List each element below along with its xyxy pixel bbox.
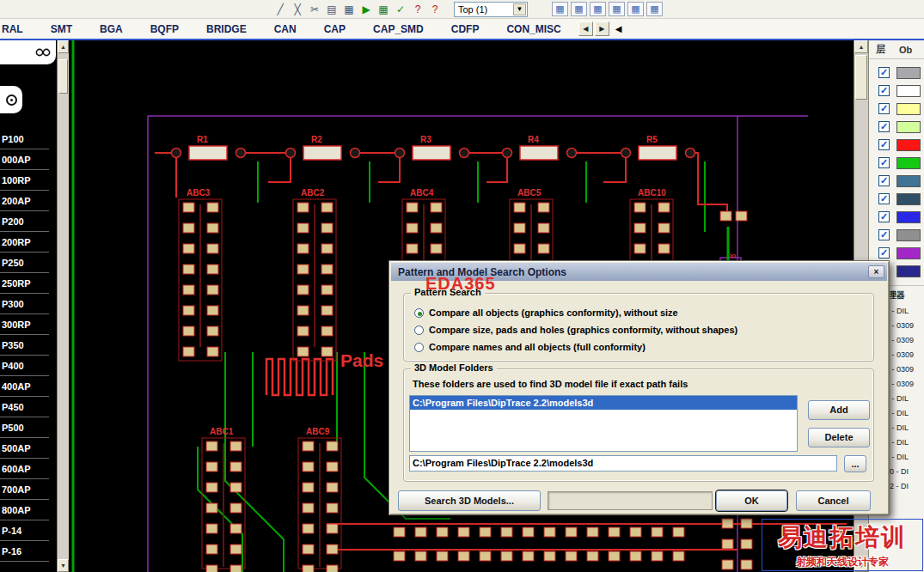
sidebar-item-500ap[interactable]: 500AP	[0, 438, 49, 459]
tabs-menu-icon[interactable]: ◀	[615, 24, 622, 33]
tab-ral[interactable]: RAL	[0, 23, 37, 35]
tab-bridge[interactable]: BRIDGE	[193, 23, 260, 35]
radio-icon[interactable]	[414, 326, 424, 335]
tab-cap[interactable]: CAP	[310, 23, 359, 35]
tab-objects[interactable]: Ob	[899, 45, 912, 55]
sidebar-item-p-16[interactable]: P-16	[0, 541, 49, 562]
cut-tool-icon[interactable]: ✂	[306, 2, 323, 17]
table-view-icon[interactable]: ▦	[571, 2, 587, 16]
sidebar-item-p250[interactable]: P250	[0, 253, 49, 273]
radio-option-0[interactable]: Compare all objects (graphics conformity…	[414, 307, 678, 319]
layer-color-swatch[interactable]	[896, 211, 921, 223]
layer-checkbox[interactable]: ✓	[878, 175, 890, 186]
layer-color-swatch[interactable]	[896, 175, 921, 187]
browse-button[interactable]: ...	[844, 455, 866, 472]
layer-color-swatch[interactable]	[896, 121, 921, 133]
run-verification-icon[interactable]: ▶	[358, 2, 375, 17]
component-editor-icon[interactable]: ▦	[627, 2, 644, 16]
layer-color-swatch[interactable]	[896, 103, 921, 115]
tabs-scroll-left-button[interactable]: ◀	[578, 21, 593, 36]
scroll-up-icon[interactable]: ▲	[854, 40, 868, 53]
sidebar-item-p350[interactable]: P350	[0, 335, 49, 356]
chevron-down-icon[interactable]: ▼	[513, 3, 526, 15]
layer-checkbox[interactable]: ✓	[878, 85, 890, 96]
script-error-icon[interactable]: ?	[409, 2, 426, 17]
radio-icon[interactable]	[414, 343, 424, 352]
layer-color-swatch[interactable]	[896, 265, 921, 277]
layer-checkbox[interactable]: ✓	[878, 121, 890, 132]
tab-smt[interactable]: SMT	[37, 23, 86, 35]
layer-color-swatch[interactable]	[896, 67, 921, 79]
library-setup-icon[interactable]: ▦	[646, 2, 663, 16]
sidebar-item-p500[interactable]: P500	[0, 417, 49, 438]
sidebar-item-p100[interactable]: P100	[0, 129, 49, 149]
layer-color-swatch[interactable]	[896, 193, 921, 205]
sidebar-item-250rp[interactable]: 250RP	[0, 273, 49, 294]
sidebar-item-400ap[interactable]: 400AP	[0, 376, 49, 397]
delete-button[interactable]: Delete	[808, 428, 870, 447]
layer-color-swatch[interactable]	[896, 139, 921, 151]
spreadsheet-icon[interactable]: ▦	[375, 2, 392, 17]
grid-view-icon[interactable]: ▦	[552, 2, 568, 16]
scroll-up-icon[interactable]: ▲	[58, 40, 69, 53]
scroll-down-icon[interactable]: ▼	[854, 559, 868, 572]
radio-option-2[interactable]: Compare names and all objects (full conf…	[414, 341, 646, 353]
cancel-button[interactable]: Cancel	[796, 490, 871, 511]
layer-color-swatch[interactable]	[896, 157, 921, 169]
sidebar-item-800ap[interactable]: 800AP	[0, 500, 49, 520]
layer-color-swatch[interactable]	[896, 85, 921, 97]
layer-checkbox[interactable]: ✓	[878, 193, 890, 204]
scrollbar-thumb[interactable]	[58, 59, 68, 94]
layer-color-swatch[interactable]	[896, 247, 921, 259]
sidebar-item-p-14[interactable]: P-14	[0, 520, 49, 541]
sidebar-item-200rp[interactable]: 200RP	[0, 232, 49, 253]
sidebar-item-300rp[interactable]: 300RP	[0, 314, 49, 335]
folders-listbox[interactable]: C:\Program Files\DipTrace 2.2\models3d	[409, 395, 798, 452]
tab-bga[interactable]: BGA	[86, 23, 137, 35]
search-3d-models-button[interactable]: Search 3D Models...	[398, 490, 541, 511]
layer-checkbox[interactable]: ✓	[878, 67, 890, 78]
search-box[interactable]	[0, 40, 56, 64]
tab-cap_smd[interactable]: CAP_SMD	[359, 23, 438, 35]
sidebar-item-600ap[interactable]: 600AP	[0, 459, 49, 479]
folder-list-item[interactable]: C:\Program Files\DipTrace 2.2\models3d	[410, 396, 797, 410]
tab-cdfp[interactable]: CDFP	[438, 23, 493, 35]
sidebar-item-p450[interactable]: P450	[0, 397, 49, 417]
radio-option-1[interactable]: Compare size, pads and holes (graphics c…	[414, 324, 737, 336]
script-help-icon[interactable]: ?	[426, 2, 444, 17]
sidebar-item-200ap[interactable]: 200AP	[0, 191, 49, 211]
sidebar-item-100rp[interactable]: 100RP	[0, 170, 49, 191]
close-icon[interactable]: ×	[868, 265, 884, 278]
tab-con_misc[interactable]: CON_MISC	[493, 23, 574, 35]
pattern-editor-icon[interactable]: ▦	[609, 2, 625, 16]
sidebar-item-p200[interactable]: P200	[0, 211, 49, 232]
tabs-scroll-right-button[interactable]: ▶	[595, 21, 609, 36]
check-netlist-icon[interactable]: ✓	[392, 2, 409, 17]
sidebar-item-p400[interactable]: P400	[0, 356, 49, 376]
layer-checkbox[interactable]: ✓	[878, 229, 890, 240]
layer-dropdown[interactable]: Top (1) ▼	[454, 2, 528, 17]
sidebar-item-000ap[interactable]: 000AP	[0, 149, 49, 170]
layer-checkbox[interactable]: ✓	[878, 157, 890, 168]
report-icon[interactable]: ▦	[340, 2, 358, 17]
tab-layers[interactable]: 层	[876, 43, 885, 56]
scroll-down-icon[interactable]: ▼	[58, 559, 69, 572]
probe-tool-button[interactable]	[0, 86, 22, 113]
update-layout-icon[interactable]: ▤	[323, 2, 340, 17]
layer-color-swatch[interactable]	[896, 229, 921, 241]
tab-can[interactable]: CAN	[260, 23, 310, 35]
layer-checkbox[interactable]: ✓	[878, 139, 890, 150]
layer-checkbox[interactable]: ✓	[878, 211, 890, 222]
tab-bqfp[interactable]: BQFP	[137, 23, 193, 35]
sidebar-item-p300[interactable]: P300	[0, 294, 49, 314]
folder-path-input[interactable]: C:\Program Files\DipTrace 2.2\models3d	[409, 455, 837, 472]
measure-tool-icon[interactable]: ╳	[289, 2, 306, 17]
sidebar-item-700ap[interactable]: 700AP	[0, 479, 49, 500]
route-tool-icon[interactable]: ╱	[272, 2, 289, 17]
layers-view-icon[interactable]: ▦	[590, 2, 606, 16]
add-button[interactable]: Add	[808, 400, 870, 420]
layer-checkbox[interactable]: ✓	[878, 103, 890, 114]
layer-checkbox[interactable]: ✓	[878, 247, 890, 259]
scrollbar-thumb[interactable]	[855, 55, 867, 100]
canvas-left-scrollbar[interactable]: ▲ ▼	[57, 40, 69, 572]
